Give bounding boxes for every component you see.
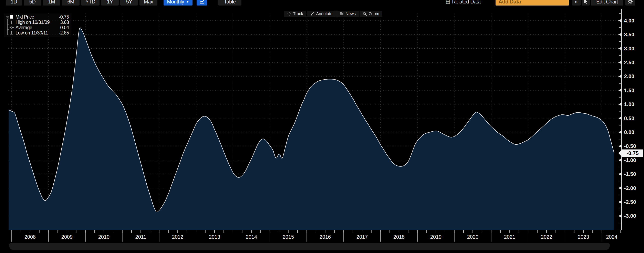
- related-data-label: Related Data: [452, 0, 481, 5]
- svg-text:2015: 2015: [283, 234, 294, 240]
- legend-value: 3.68: [60, 20, 69, 25]
- svg-text:2020: 2020: [467, 234, 478, 240]
- zoom-magnifier-icon: [363, 12, 367, 16]
- collapse-chevrons-icon: «: [575, 0, 578, 5]
- annotate-label: Annotate: [316, 12, 332, 16]
- legend-label: Average: [16, 25, 60, 30]
- news-label: News: [346, 12, 356, 16]
- svg-text:2017: 2017: [356, 234, 368, 240]
- series-area: [8, 28, 614, 230]
- tab-1m[interactable]: 1M: [43, 0, 60, 6]
- svg-text:-0.75: -0.75: [626, 150, 638, 156]
- legend-value: -2.85: [59, 30, 69, 36]
- svg-text:2018: 2018: [393, 234, 405, 240]
- svg-text:-0.50: -0.50: [624, 143, 636, 149]
- chevron-down-icon: ▼: [186, 0, 189, 4]
- annotate-pencil-icon: [310, 12, 314, 16]
- svg-text:0.00: 0.00: [624, 129, 634, 135]
- svg-text:2019: 2019: [430, 234, 442, 240]
- tab-1y[interactable]: 1Y: [101, 0, 119, 6]
- cursor-icon: [583, 0, 588, 4]
- svg-text:1.50: 1.50: [624, 87, 634, 93]
- tab-ytd[interactable]: YTD: [81, 0, 100, 6]
- legend-tree-expander[interactable]: [5, 15, 10, 36]
- collapse-toolbar-button[interactable]: «: [572, 0, 580, 6]
- chart-tools-bar: Track Annotate News Zoom: [284, 11, 383, 17]
- tab-table[interactable]: Table: [218, 0, 242, 6]
- svg-text:-2.50: -2.50: [624, 199, 636, 205]
- legend-value: 0.04: [60, 25, 69, 30]
- svg-text:2012: 2012: [172, 234, 183, 240]
- svg-text:2021: 2021: [504, 234, 515, 240]
- svg-text:2.00: 2.00: [624, 73, 634, 79]
- news-lines-icon: [340, 12, 344, 16]
- bloomberg-chart-window: 1D5D1M6MYTD1Y5YMaxMonthly▼Table ▤ Relate…: [0, 0, 644, 253]
- tab-5y[interactable]: 5Y: [120, 0, 138, 6]
- x-axis-ticks: 2008200920102011201220132014201520162017…: [12, 230, 620, 241]
- svg-text:2023: 2023: [578, 234, 589, 240]
- related-data-button[interactable]: ▤ Related Data: [446, 0, 492, 6]
- svg-text:3.50: 3.50: [624, 32, 634, 38]
- chart-type-button[interactable]: [196, 0, 207, 6]
- gear-icon: [627, 0, 633, 5]
- cursor-tool-button[interactable]: [582, 0, 590, 6]
- svg-text:3.00: 3.00: [624, 46, 634, 52]
- svg-text:-1.50: -1.50: [624, 171, 636, 177]
- zoom-button[interactable]: Zoom: [360, 11, 382, 17]
- edit-chart-label: Edit Chart: [596, 0, 618, 5]
- legend-value: -0.75: [59, 14, 69, 20]
- edit-chart-button[interactable]: Edit Chart: [591, 0, 624, 6]
- zoom-label: Zoom: [369, 12, 379, 16]
- svg-text:2014: 2014: [246, 234, 257, 240]
- legend-label: Mid Price: [16, 14, 59, 20]
- legend-row-low[interactable]: Low on 11/30/11-2.85: [4, 30, 71, 36]
- svg-text:-2.00: -2.00: [624, 185, 636, 191]
- line-chart-icon: [199, 0, 204, 4]
- svg-text:2010: 2010: [98, 234, 110, 240]
- svg-text:0.50: 0.50: [624, 115, 634, 121]
- annotate-button[interactable]: Annotate: [307, 11, 336, 17]
- add-data-placeholder: Add Data: [496, 0, 521, 5]
- svg-text:2011: 2011: [135, 234, 146, 240]
- svg-text:2016: 2016: [320, 234, 331, 240]
- add-data-input[interactable]: Add Data: [496, 0, 569, 6]
- svg-text:4.00: 4.00: [624, 18, 634, 24]
- track-crosshair-icon: [287, 12, 291, 16]
- legend-row-average[interactable]: Average0.04: [4, 25, 71, 30]
- svg-text:2022: 2022: [541, 234, 552, 240]
- legend-label: Low on 11/30/11: [16, 30, 59, 36]
- svg-text:2009: 2009: [62, 234, 73, 240]
- range-toolbar: 1D5D1M6MYTD1Y5YMaxMonthly▼Table: [6, 0, 243, 6]
- svg-text:2013: 2013: [209, 234, 220, 240]
- svg-text:1.00: 1.00: [624, 101, 634, 107]
- track-button[interactable]: Track: [284, 11, 306, 17]
- interval-dropdown[interactable]: Monthly▼: [164, 0, 192, 6]
- tab-5d[interactable]: 5D: [24, 0, 41, 6]
- svg-text:-3.00: -3.00: [624, 213, 636, 219]
- chart-settings-button[interactable]: [625, 0, 635, 6]
- price-chart[interactable]: 4.003.503.002.502.001.501.000.500.00-0.5…: [0, 0, 644, 253]
- tab-6m[interactable]: 6M: [62, 0, 80, 6]
- related-data-icon: ▤: [446, 0, 450, 4]
- legend-row-seriesswatch[interactable]: Mid Price-0.75: [4, 14, 71, 20]
- tab-max[interactable]: Max: [140, 0, 158, 6]
- interval-label: Monthly: [167, 0, 184, 5]
- chart-legend: Mid Price-0.75High on 10/31/093.68Averag…: [4, 14, 71, 37]
- legend-label: High on 10/31/09: [16, 20, 60, 25]
- legend-row-high[interactable]: High on 10/31/093.68: [4, 20, 71, 25]
- tab-1d[interactable]: 1D: [6, 0, 22, 6]
- last-price-badge: -0.75: [618, 150, 643, 157]
- svg-text:-1.00: -1.00: [624, 157, 636, 163]
- svg-text:2024: 2024: [606, 234, 618, 240]
- track-label: Track: [293, 12, 303, 16]
- news-button[interactable]: News: [336, 11, 359, 17]
- svg-text:2008: 2008: [24, 234, 36, 240]
- y-axis-ticks: 4.003.503.002.502.001.501.000.500.00-0.5…: [618, 14, 636, 223]
- svg-text:2.50: 2.50: [624, 59, 634, 66]
